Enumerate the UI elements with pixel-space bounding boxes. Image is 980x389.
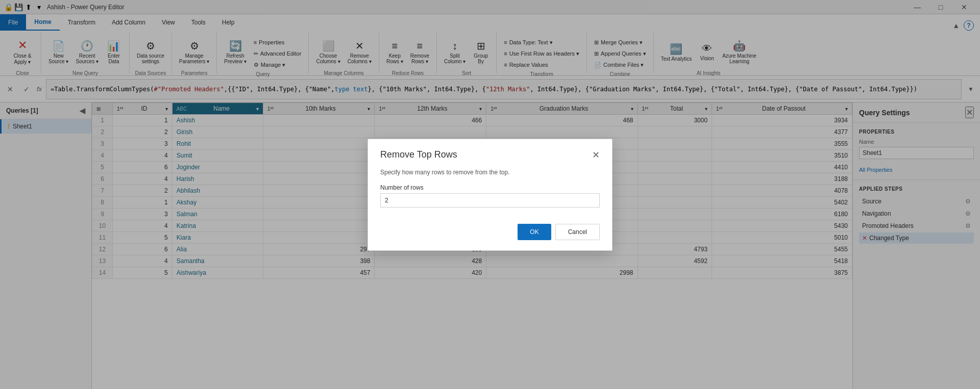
dialog-field-label: Number of rows: [380, 184, 600, 191]
ok-button[interactable]: OK: [518, 224, 551, 240]
dialog-footer: OK Cancel: [368, 218, 612, 250]
dialog-header: Remove Top Rows ✕: [368, 139, 612, 165]
number-of-rows-input[interactable]: [380, 193, 600, 208]
remove-top-rows-dialog: Remove Top Rows ✕ Specify how many rows …: [368, 139, 612, 251]
cancel-button[interactable]: Cancel: [555, 224, 600, 240]
dialog-overlay[interactable]: Remove Top Rows ✕ Specify how many rows …: [0, 0, 980, 389]
dialog-body: Specify how many rows to remove from the…: [368, 165, 612, 218]
dialog-close-button[interactable]: ✕: [592, 149, 600, 161]
dialog-title: Remove Top Rows: [380, 149, 457, 160]
dialog-description: Specify how many rows to remove from the…: [380, 169, 600, 176]
